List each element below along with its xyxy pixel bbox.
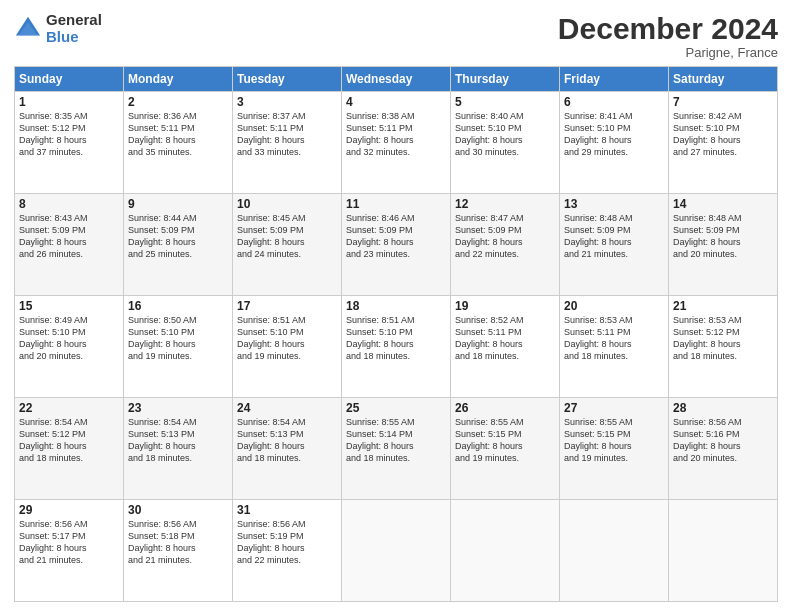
calendar-cell: 9Sunrise: 8:44 AMSunset: 5:09 PMDaylight… <box>124 194 233 296</box>
calendar: SundayMondayTuesdayWednesdayThursdayFrid… <box>14 66 778 602</box>
cell-text: Sunrise: 8:36 AMSunset: 5:11 PMDaylight:… <box>128 110 228 159</box>
day-number: 12 <box>455 197 555 211</box>
cell-text: Sunrise: 8:41 AMSunset: 5:10 PMDaylight:… <box>564 110 664 159</box>
cell-text: Sunrise: 8:55 AMSunset: 5:15 PMDaylight:… <box>564 416 664 465</box>
cell-text: Sunrise: 8:47 AMSunset: 5:09 PMDaylight:… <box>455 212 555 261</box>
calendar-cell: 25Sunrise: 8:55 AMSunset: 5:14 PMDayligh… <box>342 398 451 500</box>
month-title: December 2024 <box>558 12 778 45</box>
cell-text: Sunrise: 8:51 AMSunset: 5:10 PMDaylight:… <box>346 314 446 363</box>
calendar-cell: 24Sunrise: 8:54 AMSunset: 5:13 PMDayligh… <box>233 398 342 500</box>
header-right: December 2024 Parigne, France <box>558 12 778 60</box>
calendar-cell <box>669 500 778 602</box>
day-number: 21 <box>673 299 773 313</box>
day-number: 9 <box>128 197 228 211</box>
logo-general: General <box>46 12 102 29</box>
calendar-week-row: 22Sunrise: 8:54 AMSunset: 5:12 PMDayligh… <box>15 398 778 500</box>
location: Parigne, France <box>558 45 778 60</box>
calendar-cell: 6Sunrise: 8:41 AMSunset: 5:10 PMDaylight… <box>560 92 669 194</box>
calendar-cell: 3Sunrise: 8:37 AMSunset: 5:11 PMDaylight… <box>233 92 342 194</box>
cell-text: Sunrise: 8:50 AMSunset: 5:10 PMDaylight:… <box>128 314 228 363</box>
day-number: 11 <box>346 197 446 211</box>
day-number: 30 <box>128 503 228 517</box>
calendar-week-row: 8Sunrise: 8:43 AMSunset: 5:09 PMDaylight… <box>15 194 778 296</box>
cell-text: Sunrise: 8:35 AMSunset: 5:12 PMDaylight:… <box>19 110 119 159</box>
cell-text: Sunrise: 8:44 AMSunset: 5:09 PMDaylight:… <box>128 212 228 261</box>
day-number: 4 <box>346 95 446 109</box>
calendar-cell: 13Sunrise: 8:48 AMSunset: 5:09 PMDayligh… <box>560 194 669 296</box>
cell-text: Sunrise: 8:51 AMSunset: 5:10 PMDaylight:… <box>237 314 337 363</box>
calendar-cell: 21Sunrise: 8:53 AMSunset: 5:12 PMDayligh… <box>669 296 778 398</box>
day-number: 31 <box>237 503 337 517</box>
cell-text: Sunrise: 8:43 AMSunset: 5:09 PMDaylight:… <box>19 212 119 261</box>
day-number: 24 <box>237 401 337 415</box>
day-number: 20 <box>564 299 664 313</box>
calendar-cell: 26Sunrise: 8:55 AMSunset: 5:15 PMDayligh… <box>451 398 560 500</box>
day-number: 3 <box>237 95 337 109</box>
day-number: 29 <box>19 503 119 517</box>
calendar-cell: 14Sunrise: 8:48 AMSunset: 5:09 PMDayligh… <box>669 194 778 296</box>
cell-text: Sunrise: 8:54 AMSunset: 5:13 PMDaylight:… <box>237 416 337 465</box>
logo-text: General Blue <box>46 12 102 45</box>
day-number: 7 <box>673 95 773 109</box>
calendar-cell: 7Sunrise: 8:42 AMSunset: 5:10 PMDaylight… <box>669 92 778 194</box>
calendar-cell: 8Sunrise: 8:43 AMSunset: 5:09 PMDaylight… <box>15 194 124 296</box>
weekday-header: Friday <box>560 67 669 92</box>
cell-text: Sunrise: 8:56 AMSunset: 5:18 PMDaylight:… <box>128 518 228 567</box>
calendar-cell: 2Sunrise: 8:36 AMSunset: 5:11 PMDaylight… <box>124 92 233 194</box>
calendar-cell: 12Sunrise: 8:47 AMSunset: 5:09 PMDayligh… <box>451 194 560 296</box>
calendar-cell: 20Sunrise: 8:53 AMSunset: 5:11 PMDayligh… <box>560 296 669 398</box>
calendar-body: 1Sunrise: 8:35 AMSunset: 5:12 PMDaylight… <box>15 92 778 602</box>
cell-text: Sunrise: 8:56 AMSunset: 5:16 PMDaylight:… <box>673 416 773 465</box>
cell-text: Sunrise: 8:53 AMSunset: 5:12 PMDaylight:… <box>673 314 773 363</box>
cell-text: Sunrise: 8:46 AMSunset: 5:09 PMDaylight:… <box>346 212 446 261</box>
cell-text: Sunrise: 8:49 AMSunset: 5:10 PMDaylight:… <box>19 314 119 363</box>
day-number: 1 <box>19 95 119 109</box>
weekday-header: Tuesday <box>233 67 342 92</box>
cell-text: Sunrise: 8:53 AMSunset: 5:11 PMDaylight:… <box>564 314 664 363</box>
cell-text: Sunrise: 8:42 AMSunset: 5:10 PMDaylight:… <box>673 110 773 159</box>
calendar-cell: 28Sunrise: 8:56 AMSunset: 5:16 PMDayligh… <box>669 398 778 500</box>
day-number: 19 <box>455 299 555 313</box>
weekday-header: Sunday <box>15 67 124 92</box>
calendar-cell: 19Sunrise: 8:52 AMSunset: 5:11 PMDayligh… <box>451 296 560 398</box>
calendar-cell: 29Sunrise: 8:56 AMSunset: 5:17 PMDayligh… <box>15 500 124 602</box>
cell-text: Sunrise: 8:55 AMSunset: 5:14 PMDaylight:… <box>346 416 446 465</box>
cell-text: Sunrise: 8:55 AMSunset: 5:15 PMDaylight:… <box>455 416 555 465</box>
day-number: 8 <box>19 197 119 211</box>
day-number: 5 <box>455 95 555 109</box>
calendar-cell: 27Sunrise: 8:55 AMSunset: 5:15 PMDayligh… <box>560 398 669 500</box>
calendar-cell: 18Sunrise: 8:51 AMSunset: 5:10 PMDayligh… <box>342 296 451 398</box>
logo-icon <box>14 15 42 43</box>
day-number: 10 <box>237 197 337 211</box>
cell-text: Sunrise: 8:52 AMSunset: 5:11 PMDaylight:… <box>455 314 555 363</box>
calendar-cell: 10Sunrise: 8:45 AMSunset: 5:09 PMDayligh… <box>233 194 342 296</box>
day-number: 18 <box>346 299 446 313</box>
calendar-cell: 4Sunrise: 8:38 AMSunset: 5:11 PMDaylight… <box>342 92 451 194</box>
calendar-cell: 15Sunrise: 8:49 AMSunset: 5:10 PMDayligh… <box>15 296 124 398</box>
day-number: 22 <box>19 401 119 415</box>
day-number: 23 <box>128 401 228 415</box>
calendar-cell: 5Sunrise: 8:40 AMSunset: 5:10 PMDaylight… <box>451 92 560 194</box>
calendar-week-row: 15Sunrise: 8:49 AMSunset: 5:10 PMDayligh… <box>15 296 778 398</box>
cell-text: Sunrise: 8:54 AMSunset: 5:12 PMDaylight:… <box>19 416 119 465</box>
day-number: 16 <box>128 299 228 313</box>
weekday-header: Thursday <box>451 67 560 92</box>
calendar-cell: 17Sunrise: 8:51 AMSunset: 5:10 PMDayligh… <box>233 296 342 398</box>
calendar-cell: 22Sunrise: 8:54 AMSunset: 5:12 PMDayligh… <box>15 398 124 500</box>
cell-text: Sunrise: 8:56 AMSunset: 5:19 PMDaylight:… <box>237 518 337 567</box>
cell-text: Sunrise: 8:56 AMSunset: 5:17 PMDaylight:… <box>19 518 119 567</box>
day-number: 6 <box>564 95 664 109</box>
day-number: 17 <box>237 299 337 313</box>
day-number: 2 <box>128 95 228 109</box>
day-number: 25 <box>346 401 446 415</box>
day-number: 13 <box>564 197 664 211</box>
cell-text: Sunrise: 8:48 AMSunset: 5:09 PMDaylight:… <box>673 212 773 261</box>
cell-text: Sunrise: 8:40 AMSunset: 5:10 PMDaylight:… <box>455 110 555 159</box>
calendar-cell: 1Sunrise: 8:35 AMSunset: 5:12 PMDaylight… <box>15 92 124 194</box>
cell-text: Sunrise: 8:54 AMSunset: 5:13 PMDaylight:… <box>128 416 228 465</box>
day-number: 14 <box>673 197 773 211</box>
logo: General Blue <box>14 12 102 45</box>
cell-text: Sunrise: 8:37 AMSunset: 5:11 PMDaylight:… <box>237 110 337 159</box>
weekday-row: SundayMondayTuesdayWednesdayThursdayFrid… <box>15 67 778 92</box>
calendar-cell: 16Sunrise: 8:50 AMSunset: 5:10 PMDayligh… <box>124 296 233 398</box>
